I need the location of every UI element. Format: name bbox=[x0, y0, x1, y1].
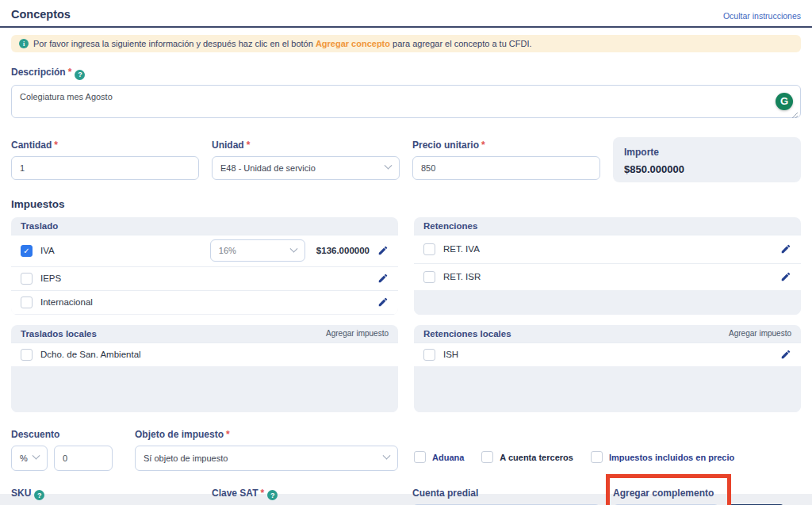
local-tax-panels: Traslados locales Agregar impuesto Dcho.… bbox=[0, 325, 812, 412]
cantidad-input[interactable] bbox=[11, 156, 199, 180]
chevron-down-icon bbox=[33, 452, 40, 460]
agregar-complemento-field: Agregar complemento Selecciona Agregar bbox=[613, 485, 801, 505]
tax-row-dcho-san-ambiental: Dcho. de San. Ambiental bbox=[11, 342, 398, 366]
precio-unitario-field: Precio unitario* bbox=[412, 137, 600, 180]
help-icon[interactable]: ? bbox=[75, 70, 85, 80]
descripcion-label: Descripción*? bbox=[11, 67, 85, 78]
dcho-san-ambiental-checkbox[interactable] bbox=[21, 349, 33, 361]
bottom-row: SKU? Clave SAT*? Cuenta predial Agregar … bbox=[0, 485, 812, 505]
precio-unitario-label: Precio unitario* bbox=[412, 140, 485, 151]
edit-pencil-icon[interactable] bbox=[780, 271, 791, 282]
panel-filler bbox=[414, 290, 801, 315]
grammarly-icon[interactable]: G bbox=[776, 93, 793, 110]
importe-value: $850.000000 bbox=[624, 163, 790, 175]
cuenta-predial-label: Cuenta predial bbox=[412, 488, 478, 499]
traslado-panel: Traslado IVA 16% $136.000000 IEPS Intern… bbox=[11, 217, 398, 315]
descripcion-block: Descripción*? Colegiatura mes Agosto G bbox=[11, 64, 801, 121]
a-cuenta-terceros-checkbox[interactable] bbox=[481, 451, 493, 463]
ieps-label: IEPS bbox=[40, 274, 370, 283]
descuento-field: Descuento % bbox=[11, 427, 113, 471]
tax-row-ret-iva: RET. IVA bbox=[414, 235, 801, 263]
dcho-san-ambiental-label: Dcho. de San. Ambiental bbox=[40, 350, 389, 359]
traslados-locales-header: Traslados locales Agregar impuesto bbox=[11, 325, 398, 342]
conceptos-page: Conceptos Ocultar instrucciones i Por fa… bbox=[0, 0, 812, 494]
agregar-impuesto-link[interactable]: Agregar impuesto bbox=[326, 329, 389, 338]
agregar-complemento-label: Agregar complemento bbox=[613, 488, 714, 499]
objeto-impuesto-field: Objeto de impuesto* Sí objeto de impuest… bbox=[135, 427, 398, 471]
clave-sat-label: Clave SAT*? bbox=[212, 488, 278, 501]
cantidad-label: Cantidad* bbox=[11, 140, 58, 151]
retenciones-header: Retenciones bbox=[414, 217, 801, 235]
tax-row-internacional: Internacional bbox=[11, 290, 398, 314]
tax-row-ieps: IEPS bbox=[11, 266, 398, 290]
importe-label: Importe bbox=[624, 147, 659, 158]
edit-pencil-icon[interactable] bbox=[377, 296, 389, 308]
retenciones-panel: Retenciones RET. IVA RET. ISR bbox=[414, 217, 801, 315]
ret-iva-checkbox[interactable] bbox=[423, 243, 435, 255]
edit-pencil-icon[interactable] bbox=[780, 243, 791, 254]
impuestos-incluidos-checkbox[interactable] bbox=[591, 451, 603, 463]
retenciones-locales-panel: Retenciones locales Agregar impuesto ISH bbox=[414, 325, 801, 412]
info-icon: i bbox=[19, 39, 29, 48]
panel-filler bbox=[414, 366, 801, 412]
descripcion-textarea[interactable]: Colegiatura mes Agosto bbox=[11, 85, 801, 118]
page-header: Conceptos Ocultar instrucciones bbox=[0, 0, 812, 28]
descuento-label: Descuento bbox=[11, 429, 59, 440]
hide-instructions-link[interactable]: Ocultar instrucciones bbox=[723, 11, 801, 21]
ret-isr-checkbox[interactable] bbox=[423, 271, 435, 283]
clave-sat-field: Clave SAT*? bbox=[212, 485, 400, 505]
objeto-impuesto-label: Objeto de impuesto* bbox=[135, 429, 230, 440]
a-cuenta-terceros-option: A cuenta terceros bbox=[481, 451, 573, 463]
traslado-header: Traslado bbox=[11, 217, 398, 235]
aduana-option: Aduana bbox=[414, 451, 464, 463]
tax-row-ish: ISH bbox=[414, 342, 801, 366]
ish-label: ISH bbox=[443, 350, 772, 359]
resize-handle-icon[interactable] bbox=[791, 112, 799, 119]
panel-filler bbox=[11, 314, 398, 315]
help-icon[interactable]: ? bbox=[267, 490, 278, 500]
precio-unitario-input[interactable] bbox=[412, 156, 600, 180]
chevron-down-icon bbox=[289, 244, 297, 252]
flag-checkboxes: Aduana A cuenta terceros Impuestos inclu… bbox=[414, 427, 801, 471]
chevron-down-icon bbox=[385, 162, 393, 170]
traslados-locales-panel: Traslados locales Agregar impuesto Dcho.… bbox=[11, 325, 398, 412]
iva-label: IVA bbox=[40, 246, 202, 255]
unidad-label: Unidad* bbox=[212, 140, 250, 151]
aduana-checkbox[interactable] bbox=[414, 451, 426, 463]
ieps-checkbox[interactable] bbox=[21, 273, 33, 285]
cuenta-predial-field: Cuenta predial bbox=[412, 485, 600, 505]
descuento-input[interactable] bbox=[54, 446, 113, 471]
sku-field: SKU? bbox=[11, 485, 199, 505]
iva-amount: $136.000000 bbox=[316, 246, 370, 255]
banner-highlight: Agregar concepto bbox=[316, 39, 390, 48]
info-banner: i Por favor ingresa la siguiente informa… bbox=[11, 35, 801, 52]
objeto-impuesto-select[interactable]: Sí objeto de impuesto bbox=[135, 446, 398, 471]
descuento-unit-select[interactable]: % bbox=[11, 446, 48, 471]
agregar-impuesto-link[interactable]: Agregar impuesto bbox=[729, 329, 791, 338]
edit-pencil-icon[interactable] bbox=[780, 349, 791, 360]
edit-pencil-icon[interactable] bbox=[377, 245, 389, 256]
ret-isr-label: RET. ISR bbox=[443, 272, 772, 281]
tax-row-ret-isr: RET. ISR bbox=[414, 263, 801, 290]
chevron-down-icon bbox=[383, 452, 391, 460]
impuestos-title: Impuestos bbox=[11, 198, 801, 210]
page-title: Conceptos bbox=[11, 8, 71, 21]
sku-label: SKU? bbox=[11, 488, 44, 501]
internacional-checkbox[interactable] bbox=[21, 296, 33, 308]
a-cuenta-terceros-label: A cuenta terceros bbox=[500, 453, 573, 462]
internacional-label: Internacional bbox=[40, 297, 370, 307]
amount-row: Cantidad* Unidad* E48 - Unidad de servic… bbox=[0, 137, 812, 182]
retenciones-locales-header: Retenciones locales Agregar impuesto bbox=[414, 325, 801, 342]
impuestos-incluidos-label: Impuestos incluidos en precio bbox=[609, 453, 734, 462]
edit-pencil-icon[interactable] bbox=[377, 273, 389, 284]
importe-panel: Importe $850.000000 bbox=[613, 137, 801, 182]
iva-checkbox[interactable] bbox=[21, 245, 33, 257]
ret-iva-label: RET. IVA bbox=[443, 244, 772, 254]
impuestos-incluidos-option: Impuestos incluidos en precio bbox=[591, 451, 734, 463]
help-icon[interactable]: ? bbox=[34, 490, 44, 500]
unidad-select[interactable]: E48 - Unidad de servicio bbox=[212, 156, 400, 180]
ish-checkbox[interactable] bbox=[423, 349, 435, 361]
panel-filler bbox=[11, 366, 398, 412]
iva-rate-select[interactable]: 16% bbox=[210, 239, 305, 262]
unidad-field: Unidad* E48 - Unidad de servicio bbox=[212, 137, 400, 180]
